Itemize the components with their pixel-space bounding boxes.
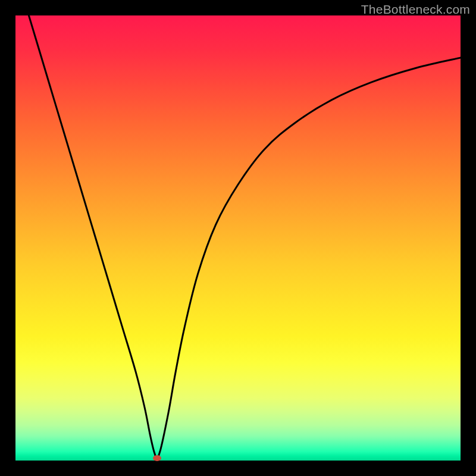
optimal-point-marker (153, 455, 161, 461)
plot-area (15, 15, 461, 461)
watermark-text: TheBottleneck.com (361, 2, 470, 17)
bottleneck-curve (15, 15, 461, 461)
chart-frame: TheBottleneck.com (0, 0, 476, 476)
